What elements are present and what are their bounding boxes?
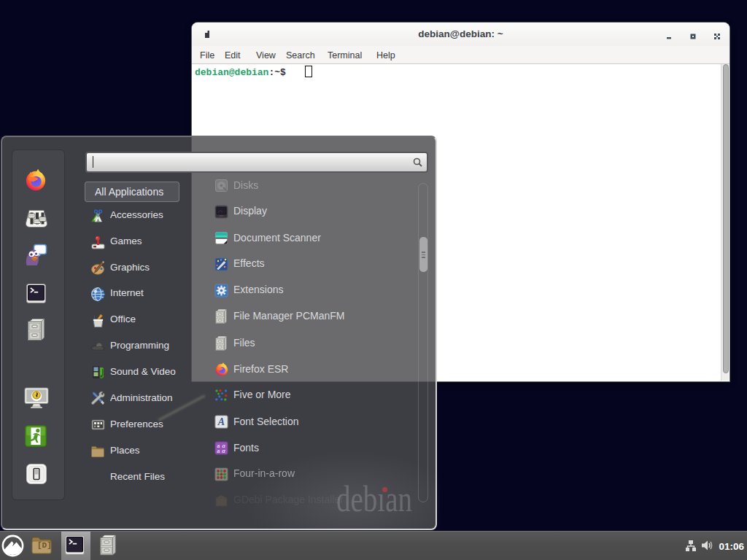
svg-text:A: A bbox=[217, 416, 225, 427]
svg-text:a: a bbox=[217, 447, 220, 454]
svg-text:α: α bbox=[222, 447, 225, 454]
